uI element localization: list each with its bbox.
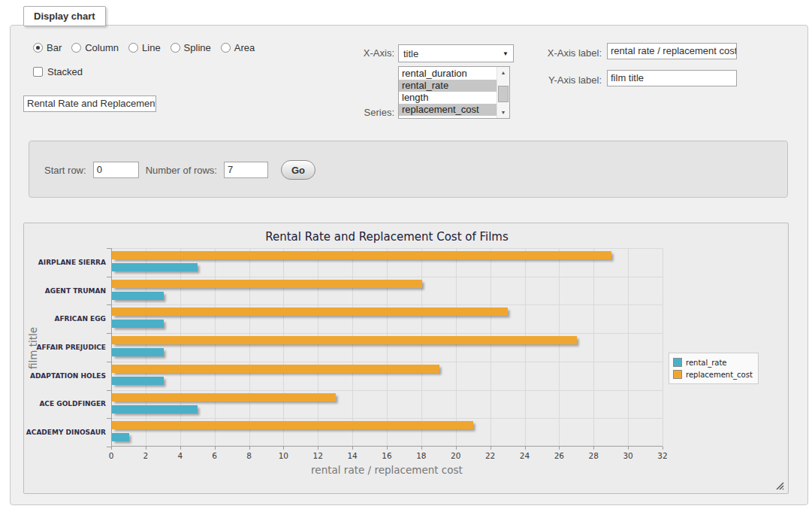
gridline-vertical: [525, 248, 526, 447]
series-option-length[interactable]: length: [399, 92, 497, 104]
gridline-horizontal: [111, 277, 663, 277]
gridline-horizontal: [111, 362, 663, 362]
x-tick-label: 20: [445, 451, 467, 460]
x-axis-label-input[interactable]: rental rate / replacement cost: [607, 43, 737, 59]
x-tick-mark: [352, 447, 353, 450]
legend-swatch-icon: [673, 370, 682, 379]
series-listbox-label: Series:: [341, 107, 394, 118]
radio-label: Line: [142, 42, 161, 53]
legend-label: replacement_cost: [686, 371, 753, 379]
radio-icon[interactable]: [221, 43, 231, 53]
gridline-vertical: [180, 248, 181, 447]
series-listbox[interactable]: rental_durationrental_ratelengthreplacem…: [398, 66, 510, 119]
x-tick-mark: [146, 447, 146, 450]
x-tick-label: 8: [238, 451, 261, 460]
start-row-input[interactable]: 0: [93, 162, 139, 178]
resize-grip-icon[interactable]: [776, 482, 784, 490]
x-tick-mark: [180, 447, 181, 450]
bar-rental_rate: [112, 433, 129, 441]
category-label: AFFAIR PREJUDICE: [24, 344, 106, 351]
bar-replacement_cost: [112, 308, 508, 316]
x-tick-mark: [593, 447, 594, 450]
x-tick-mark: [249, 447, 250, 450]
stacked-checkbox-row[interactable]: Stacked: [33, 66, 83, 77]
gridline-horizontal: [111, 304, 663, 305]
radio-icon[interactable]: [128, 43, 138, 53]
radio-icon[interactable]: [33, 43, 43, 53]
gridline-vertical: [249, 248, 250, 447]
gridline-vertical: [456, 248, 457, 447]
x-axis-label-label: X-Axis label:: [535, 47, 602, 59]
gridline-vertical: [283, 248, 284, 447]
y-axis-label-input[interactable]: film title: [607, 70, 737, 86]
x-tick-mark: [663, 447, 663, 450]
stacked-checkbox[interactable]: [33, 67, 43, 77]
series-option-rental_rate[interactable]: rental_rate: [399, 80, 497, 92]
chart-title: Rental Rate and Replacement Cost of Film…: [111, 230, 663, 244]
fieldset-legend: Display chart: [23, 6, 106, 26]
x-axis-select-label: X-Axis:: [334, 47, 394, 59]
gridline-vertical: [628, 248, 629, 447]
x-tick-label: 32: [651, 451, 674, 460]
chart-type-radio-group: BarColumnLineSplineArea: [33, 42, 255, 53]
num-rows-input[interactable]: 7: [224, 162, 268, 178]
radio-label: Area: [234, 42, 255, 53]
radio-icon[interactable]: [71, 43, 81, 53]
gridline-vertical: [559, 248, 560, 447]
category-label: ADAPTATION HOLES: [24, 372, 106, 380]
x-tick-label: 30: [617, 451, 639, 460]
x-tick-label: 6: [204, 451, 226, 460]
legend-item-rental_rate: rental_rate: [673, 356, 753, 368]
chevron-down-icon: ▼: [503, 50, 509, 57]
x-tick-label: 14: [341, 451, 364, 460]
bar-replacement_cost: [112, 336, 577, 344]
legend-swatch-icon: [673, 358, 682, 367]
x-axis-select[interactable]: title ▼: [398, 44, 514, 62]
plot-area: [111, 248, 663, 447]
chart-title-input[interactable]: Rental Rate and Replacement Cost of Film…: [23, 95, 156, 112]
bar-rental_rate: [112, 348, 164, 356]
gridline-horizontal: [111, 390, 663, 391]
radio-label: Bar: [47, 42, 62, 53]
gridline-vertical: [352, 248, 353, 447]
x-tick-mark: [387, 447, 388, 450]
bar-replacement_cost: [112, 393, 336, 401]
x-tick-mark: [111, 447, 112, 450]
y-axis-label-label: Y-Axis label:: [535, 74, 602, 86]
bar-rental_rate: [112, 377, 164, 385]
go-button[interactable]: Go: [281, 160, 315, 180]
chart-type-option-area[interactable]: Area: [221, 42, 255, 53]
category-label: AFRICAN EGG: [24, 315, 106, 323]
series-options: rental_durationrental_ratelengthreplacem…: [399, 67, 497, 118]
chart-type-option-bar[interactable]: Bar: [33, 42, 62, 53]
scrollbar-thumb[interactable]: [498, 86, 509, 102]
x-tick-label: 10: [272, 451, 294, 460]
radio-icon[interactable]: [171, 43, 180, 53]
gridline-vertical: [215, 248, 216, 447]
row-range-controls: Start row: 0 Number of rows: 7 Go: [44, 160, 315, 180]
chart-type-option-spline[interactable]: Spline: [171, 42, 211, 53]
scroll-up-icon[interactable]: ▲: [497, 67, 509, 78]
gridline-vertical: [146, 248, 146, 447]
gridline-vertical: [491, 248, 491, 447]
gridline-horizontal: [111, 333, 663, 334]
radio-label: Column: [85, 42, 119, 53]
x-axis-selected-value: title: [403, 48, 418, 59]
chart-type-option-column[interactable]: Column: [71, 42, 119, 53]
category-label: AGENT TRUMAN: [24, 287, 106, 295]
series-option-rental_duration[interactable]: rental_duration: [399, 68, 497, 80]
category-label: ACADEMY DINOSAUR: [24, 429, 106, 436]
x-tick-label: 26: [548, 451, 570, 460]
listbox-scrollbar[interactable]: ▲ ▼: [497, 67, 509, 118]
bar-rental_rate: [112, 263, 198, 271]
series-option-replacement_cost[interactable]: replacement_cost: [399, 104, 497, 116]
x-tick-mark: [318, 447, 318, 450]
chart-legend: rental_ratereplacement_cost: [669, 353, 759, 384]
gridline-vertical: [663, 248, 663, 447]
scroll-down-icon[interactable]: ▼: [497, 107, 509, 118]
gridline-vertical: [593, 248, 594, 447]
x-tick-mark: [525, 447, 526, 450]
chart-type-option-line[interactable]: Line: [128, 42, 161, 53]
gridline-vertical: [387, 248, 388, 447]
display-chart-fieldset: Display chart BarColumnLineSplineArea St…: [10, 25, 808, 505]
